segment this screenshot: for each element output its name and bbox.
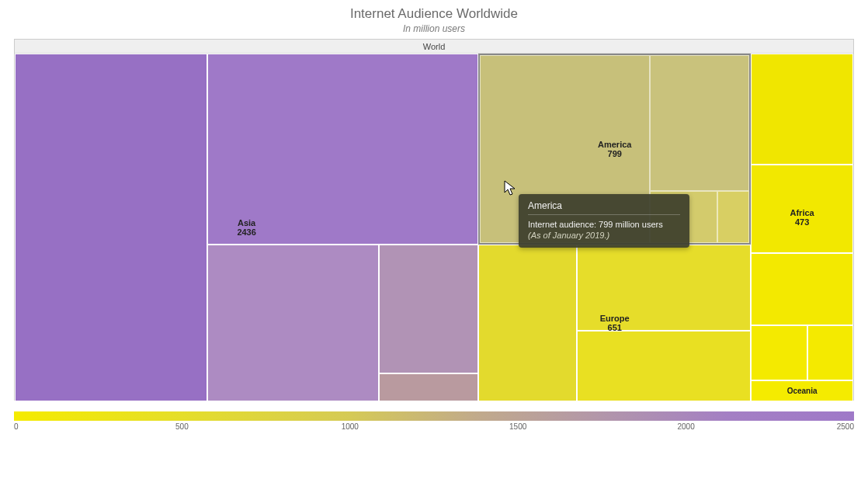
treemap[interactable]: World Asia 2436 America 799 [14,39,854,401]
color-scale: 0 500 1000 1500 2000 2500 [14,411,854,435]
region-asia-child-4[interactable] [379,245,478,373]
region-asia-child-2[interactable] [207,54,478,245]
region-africa[interactable]: Africa 473 [751,54,853,380]
treemap-area: Asia 2436 America 799 Europe 651 [15,54,853,401]
region-oceania-label: Oceania [787,387,818,395]
color-scale-gradient [14,411,854,421]
chart-title: Internet Audience Worldwide [0,6,868,22]
scale-tick: 500 [175,422,189,431]
region-europe-child-3[interactable] [577,331,752,401]
region-oceania[interactable]: Oceania [751,380,853,401]
region-america-child-2[interactable] [650,55,749,191]
tooltip-title: America [528,200,680,215]
region-asia-child-1[interactable] [15,54,207,401]
tooltip-value-line: Internet audience: 799 million users [528,220,680,229]
region-europe[interactable]: Europe 651 [478,245,751,401]
scale-tick: 0 [14,422,19,431]
scale-tick: 1500 [509,422,526,431]
region-europe-child-2[interactable] [577,245,752,331]
region-asia[interactable]: Asia 2436 [15,54,478,401]
region-africa-child-3[interactable] [751,253,853,325]
region-africa-child-1[interactable] [751,54,853,165]
tooltip-note: (As of January 2019.) [528,231,680,240]
scale-tick: 2000 [677,422,694,431]
region-america-child-4[interactable] [717,191,750,244]
scale-tick: 2500 [837,422,854,431]
scale-tick: 1000 [342,422,359,431]
region-africa-child-2[interactable] [751,165,853,253]
region-europe-child-1[interactable] [478,245,576,401]
region-africa-child-4[interactable] [751,325,807,381]
region-asia-child-5[interactable] [379,373,478,401]
treemap-root-label[interactable]: World [15,40,853,54]
chart-subtitle: In million users [0,23,868,34]
region-africa-child-5[interactable] [807,325,853,381]
tooltip: America Internet audience: 799 million u… [519,194,689,248]
region-asia-child-3[interactable] [207,245,379,401]
